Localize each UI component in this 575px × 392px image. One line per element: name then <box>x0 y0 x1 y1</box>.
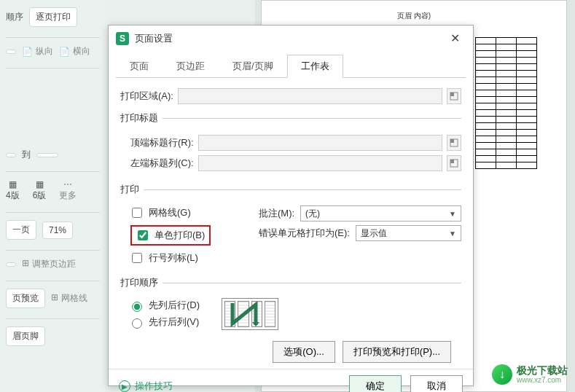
preview-header: 页眉 内容) <box>262 1 566 21</box>
caret-down-icon: ▼ <box>449 230 456 238</box>
cancel-button[interactable]: 取消 <box>410 375 463 392</box>
over-then-down-row[interactable]: 先行后列(V) <box>130 315 200 329</box>
rowcol-label: 行号列标(L) <box>149 251 198 264</box>
watermark-url: www.xz7.com <box>517 376 568 384</box>
print-titles-legend: 打印标题 <box>120 111 163 125</box>
comments-label: 批注(M): <box>259 207 294 220</box>
tab-bar: 页面 页边距 页眉/页脚 工作表 <box>116 54 466 78</box>
prev-small-chip[interactable] <box>6 50 16 54</box>
tab-page[interactable]: 页面 <box>116 55 163 78</box>
comments-dropdown[interactable]: (无) ▼ <box>300 205 461 222</box>
range-picker-icon[interactable] <box>447 135 461 151</box>
top-row-input[interactable] <box>198 135 442 151</box>
rowcol-checkbox-row[interactable]: 行号列标(L) <box>130 251 259 265</box>
print-order-fieldset: 打印顺序 先列后行(D) 先行后列(V) <box>120 276 461 332</box>
down-then-over-label: 先列后行(D) <box>149 299 200 312</box>
gridlines-label: 网格线(G) <box>149 206 191 219</box>
play-icon: ▶ <box>119 380 130 392</box>
print-area-input[interactable] <box>178 88 442 104</box>
svg-rect-3 <box>450 139 454 143</box>
print-titles-fieldset: 打印标题 顶端标题行(R): 左端标题列(C): <box>120 111 461 176</box>
gridlines-toggle[interactable]: ⊞ 网格线 <box>51 292 87 305</box>
preview-print-button[interactable]: 打印预览和打印(P)... <box>343 341 451 363</box>
top-row-label: 顶端标题行(R): <box>130 136 194 149</box>
caret-down-icon: ▼ <box>449 210 456 218</box>
error-cells-label: 错误单元格打印为(E): <box>259 227 350 240</box>
one-page-chip[interactable]: 一页 <box>6 220 36 240</box>
orientation-portrait[interactable]: 📄 纵向 <box>22 45 53 58</box>
print-area-label: 打印区域(A): <box>120 90 173 103</box>
tips-label: 操作技巧 <box>135 380 173 392</box>
rowcol-checkbox[interactable] <box>132 253 142 263</box>
layout-more[interactable]: ⋯更多 <box>59 179 77 202</box>
page-setup-dialog: S 页面设置 ✕ 页面 页边距 页眉/页脚 工作表 打印区域(A): 打印标题 … <box>108 25 474 386</box>
layout-4[interactable]: ▦4版 <box>6 179 20 202</box>
down-then-over-row[interactable]: 先列后行(D) <box>130 299 200 312</box>
monochrome-checkbox[interactable] <box>138 230 148 240</box>
to-label: 到 <box>22 149 31 161</box>
gridlines-checkbox[interactable] <box>132 208 142 218</box>
watermark: 极光下载站 www.xz7.com <box>492 364 568 385</box>
print-fieldset: 打印 网格线(G) 单色打印(B) 行号列标(L <box>120 183 461 269</box>
tab-header-footer[interactable]: 页眉/页脚 <box>219 55 287 78</box>
watermark-name: 极光下载站 <box>517 365 568 376</box>
layout-6[interactable]: ▦6版 <box>33 179 47 202</box>
background-sidebar: 顺序 逐页打印 📄 纵向 📄 横向 到 ▦4版 ▦6版 ⋯更多 一页 71% ⊞… <box>0 0 106 392</box>
adjust-margins[interactable]: ⊞ 调整页边距 <box>22 258 76 270</box>
gridlines-checkbox-row[interactable]: 网格线(G) <box>130 205 259 220</box>
svg-rect-1 <box>450 93 454 96</box>
order-arrow-icon <box>227 302 275 328</box>
error-cells-dropdown[interactable]: 显示值 ▼ <box>356 225 461 241</box>
range-picker-icon[interactable] <box>447 88 461 104</box>
zoom-chip[interactable]: 71% <box>42 222 73 239</box>
ok-button[interactable]: 确定 <box>349 375 402 392</box>
over-then-down-label: 先行后列(V) <box>149 315 199 329</box>
print-order-illustration <box>222 298 278 330</box>
dialog-titlebar: S 页面设置 ✕ <box>109 26 473 51</box>
svg-rect-5 <box>450 160 454 163</box>
monochrome-label: 单色打印(B) <box>154 229 205 242</box>
close-icon[interactable]: ✕ <box>445 30 466 47</box>
watermark-logo-icon <box>492 364 512 385</box>
print-order-legend: 打印顺序 <box>120 276 163 289</box>
error-cells-value: 显示值 <box>361 227 387 240</box>
dialog-title: 页面设置 <box>135 32 173 45</box>
left-col-label: 左端标题列(C): <box>130 157 194 170</box>
print-legend: 打印 <box>120 183 144 196</box>
tips-link[interactable]: ▶ 操作技巧 <box>119 380 173 392</box>
down-then-over-radio[interactable] <box>132 302 142 312</box>
header-footer-chip[interactable]: 眉页脚 <box>6 326 45 346</box>
over-then-down-radio[interactable] <box>132 318 142 329</box>
highlight-box: 单色打印(B) <box>130 225 211 246</box>
range-picker-icon[interactable] <box>447 155 461 171</box>
options-button[interactable]: 选项(O)... <box>273 341 335 363</box>
app-icon: S <box>116 32 129 45</box>
page-print-chip[interactable]: 逐页打印 <box>29 7 77 27</box>
preview-table <box>475 37 537 169</box>
tab-margins[interactable]: 页边距 <box>163 55 219 78</box>
left-col-input[interactable] <box>198 155 442 171</box>
comments-value: (无) <box>305 208 320 220</box>
print-preview-chip[interactable]: 页预览 <box>6 289 45 308</box>
tab-worksheet[interactable]: 工作表 <box>287 55 343 78</box>
order-label: 顺序 <box>6 11 23 23</box>
orientation-landscape[interactable]: 📄 横向 <box>59 45 90 58</box>
monochrome-checkbox-row[interactable]: 单色打印(B) <box>136 228 205 243</box>
